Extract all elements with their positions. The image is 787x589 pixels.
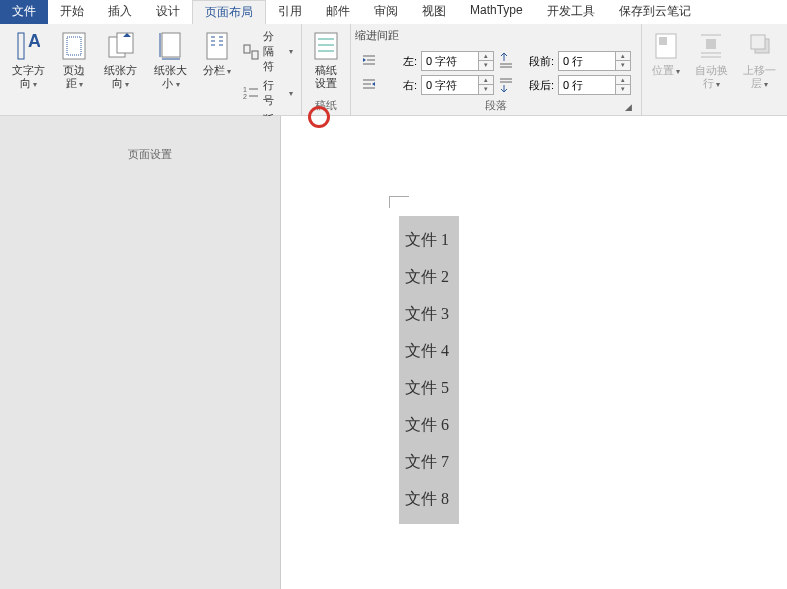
ribbon: A 文字方向 页边距 纸张方向 纸张大小 [0,24,787,116]
orientation-icon [107,28,135,64]
space-before-spinner[interactable]: ▴▾ [558,51,631,71]
down-icon[interactable]: ▾ [616,85,630,94]
list-item[interactable]: 文件 5 [403,370,455,407]
down-icon[interactable]: ▾ [479,61,493,70]
tab-references[interactable]: 引用 [266,0,314,24]
tab-mailings[interactable]: 邮件 [314,0,362,24]
list-item[interactable]: 文件 4 [403,333,455,370]
space-after-spinner[interactable]: ▴▾ [558,75,631,95]
list-item[interactable]: 文件 1 [403,222,455,259]
tab-view[interactable]: 视图 [410,0,458,24]
indent-header: 缩进 [355,28,377,43]
manuscript-settings-button[interactable]: 稿纸 设置 [306,26,346,92]
list-item[interactable]: 文件 8 [403,481,455,518]
margins-button[interactable]: 页边距 [54,26,94,93]
list-item[interactable]: 文件 2 [403,259,455,296]
spacing-header: 间距 [377,28,399,43]
tab-design[interactable]: 设计 [144,0,192,24]
list-item[interactable]: 文件 6 [403,407,455,444]
indent-left-icon [361,53,377,69]
svg-rect-47 [751,35,765,49]
columns-icon [205,28,229,64]
svg-rect-17 [252,51,258,59]
margins-icon [61,28,87,64]
group-paragraph: 缩进 间距 左: ▴▾ 段前: ▴▾ 右: ▴▾ 段后: [351,24,642,115]
list-item[interactable]: 文件 7 [403,444,455,481]
tab-review[interactable]: 审阅 [362,0,410,24]
text-direction-icon: A [16,28,40,64]
svg-rect-0 [18,33,24,59]
svg-rect-24 [315,33,337,59]
tab-file[interactable]: 文件 [0,0,48,24]
group-arrange: 位置 自动换行 上移一层 [642,24,787,115]
editor-area: 文件 1 文件 2 文件 3 文件 4 文件 5 文件 6 文件 7 文件 8 [0,116,787,589]
space-after-label: 段后: [518,78,554,93]
editor-gutter [0,116,280,589]
group-label-arrange [646,99,783,115]
size-icon [159,28,183,64]
paragraph-launcher[interactable]: ◢ [623,101,635,113]
tab-page-layout[interactable]: 页面布局 [192,0,266,24]
ribbon-tabs: 文件 开始 插入 设计 页面布局 引用 邮件 审阅 视图 MathType 开发… [0,0,787,24]
position-button[interactable]: 位置 [646,26,686,80]
svg-text:1: 1 [243,86,247,93]
columns-button[interactable]: 分栏 [197,26,237,80]
tab-cloud-save[interactable]: 保存到云笔记 [607,0,703,24]
indent-right-label: 右: [381,78,417,93]
group-label-manuscript: 稿纸 [306,96,346,115]
space-after-icon [498,77,514,93]
tab-mathtype[interactable]: MathType [458,0,535,24]
svg-rect-42 [706,39,716,49]
tab-home[interactable]: 开始 [48,0,96,24]
svg-rect-16 [244,45,250,53]
space-after-input[interactable] [559,79,615,91]
indent-left-label: 左: [381,54,417,69]
space-before-label: 段前: [518,54,554,69]
orientation-button[interactable]: 纸张方向 [96,26,144,93]
svg-rect-9 [207,33,227,59]
up-icon[interactable]: ▴ [479,76,493,85]
position-icon [653,28,679,64]
down-icon[interactable]: ▾ [479,85,493,94]
size-button[interactable]: 纸张大小 [147,26,195,93]
ruler-corner [389,196,409,208]
svg-rect-41 [659,37,667,45]
document-page[interactable]: 文件 1 文件 2 文件 3 文件 4 文件 5 文件 6 文件 7 文件 8 [280,116,787,589]
svg-text:A: A [28,31,40,51]
text-direction-button[interactable]: A 文字方向 [4,26,52,93]
space-before-input[interactable] [559,55,615,67]
bring-forward-button[interactable]: 上移一层 [736,26,783,93]
group-label-page-setup: 页面设置 ◢ [4,145,297,164]
indent-left-input[interactable] [422,55,478,67]
breaks-button[interactable]: 分隔符 [241,28,295,75]
line-numbers-button[interactable]: 12 行号 [241,77,295,109]
breaks-icon [243,44,259,60]
wrap-text-button[interactable]: 自动换行 [688,26,735,93]
space-before-icon [498,53,514,69]
group-label-paragraph: 段落 ◢ [355,96,637,115]
tab-insert[interactable]: 插入 [96,0,144,24]
svg-rect-6 [162,33,180,57]
indent-right-spinner[interactable]: ▴▾ [421,75,494,95]
line-numbers-icon: 12 [243,85,259,101]
svg-text:2: 2 [243,93,247,100]
bring-forward-icon [747,28,773,64]
manuscript-icon [313,28,339,64]
indent-right-input[interactable] [422,79,478,91]
wrap-text-icon [698,28,724,64]
group-page-setup: A 文字方向 页边距 纸张方向 纸张大小 [0,24,302,115]
list-item[interactable]: 文件 3 [403,296,455,333]
up-icon[interactable]: ▴ [616,52,630,61]
group-manuscript: 稿纸 设置 稿纸 [302,24,351,115]
up-icon[interactable]: ▴ [479,52,493,61]
down-icon[interactable]: ▾ [616,61,630,70]
indent-left-spinner[interactable]: ▴▾ [421,51,494,71]
tab-developer[interactable]: 开发工具 [535,0,607,24]
up-icon[interactable]: ▴ [616,76,630,85]
text-selection[interactable]: 文件 1 文件 2 文件 3 文件 4 文件 5 文件 6 文件 7 文件 8 [399,216,459,524]
indent-right-icon [361,77,377,93]
